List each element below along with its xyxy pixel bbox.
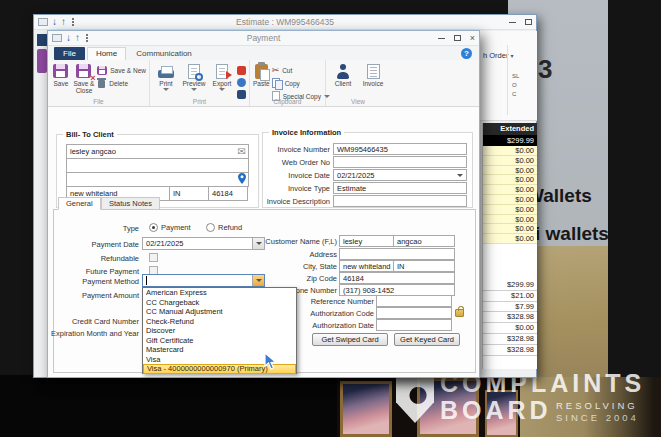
address-line1-field[interactable] — [66, 158, 249, 173]
invoice-type-label: Invoice Type — [265, 184, 333, 193]
web-order-field[interactable] — [333, 156, 467, 168]
radio-selected-icon[interactable] — [149, 223, 158, 232]
get-keyed-card-button[interactable]: Get Keyed Card — [394, 333, 460, 346]
tab-status-notes[interactable]: Status Notes — [101, 197, 160, 210]
portrait-frame — [340, 381, 392, 437]
client-name-field[interactable]: lesley angcao — [66, 144, 249, 159]
invoice-date-label: Invoice Date — [265, 171, 333, 180]
cut-button[interactable]: Cut — [272, 66, 330, 75]
web-order-label: Web Order No — [265, 158, 333, 167]
maximize-button[interactable] — [525, 19, 532, 25]
tab-home[interactable]: Home — [87, 47, 126, 60]
city-field-right[interactable]: new whiteland — [339, 260, 394, 272]
quick-access-more-icon[interactable] — [86, 37, 88, 39]
save-button[interactable]: Save — [51, 62, 71, 87]
minimize-button[interactable] — [509, 22, 516, 23]
window-icon — [52, 34, 62, 42]
invoice-number-field[interactable]: WM995466435 — [333, 143, 467, 155]
grid-row[interactable]: $0.00 — [483, 195, 537, 205]
payment-dialog: Payment File Home Communication Save S — [47, 30, 480, 378]
paste-icon — [255, 64, 268, 79]
state-field-right[interactable]: IN — [393, 260, 455, 272]
payment-method-option[interactable]: CC Chargeback — [143, 298, 296, 308]
radio-payment[interactable]: Payment — [149, 223, 191, 232]
payment-method-option[interactable]: CC Manual Adjustment — [143, 307, 296, 317]
state-field[interactable]: IN — [169, 186, 209, 201]
save-and-new-button[interactable]: Save & New — [97, 66, 146, 75]
estimate-titlebar[interactable]: Estimate : WM995466435 — [34, 15, 536, 30]
quick-access-more-icon[interactable] — [72, 21, 74, 23]
group-label-clipboard: Clipboard — [250, 98, 325, 105]
watermark-brand-bottom: BOARD — [440, 396, 552, 425]
tab-general[interactable]: General — [58, 197, 101, 210]
authorization-date-field[interactable] — [376, 319, 452, 331]
estimate-save-icon-sliver — [37, 49, 47, 73]
address-field[interactable] — [339, 248, 455, 260]
webpage-heading-wallets-2: i wallets — [535, 223, 609, 245]
zip-field[interactable]: 46184 — [208, 186, 248, 201]
total-row: $328.98 — [483, 312, 537, 323]
payment-date-label: Payment Date — [54, 240, 139, 249]
address-line2-field[interactable] — [66, 172, 249, 187]
arrow-up-icon[interactable] — [61, 17, 66, 27]
mouse-cursor — [264, 352, 277, 370]
watermark-tagline-1: RESOLVING — [556, 400, 638, 411]
web-export-icon[interactable] — [237, 78, 246, 87]
first-name-field[interactable]: lesley — [339, 235, 394, 247]
save-and-close-button[interactable]: Save & Close — [73, 62, 96, 95]
radio-refund[interactable]: Refund — [206, 223, 242, 232]
reference-number-field[interactable] — [376, 295, 452, 307]
get-swiped-card-button[interactable]: Get Swiped Card — [312, 333, 388, 346]
arrow-down-icon[interactable] — [52, 17, 57, 27]
payment-method-option[interactable]: Gift Certificate — [143, 336, 296, 346]
delete-button[interactable]: Delete — [97, 78, 146, 88]
grid-selected-row[interactable]: $299.99 — [483, 135, 537, 146]
preview-button[interactable]: Preview — [181, 62, 207, 91]
tab-communication[interactable]: Communication — [128, 48, 200, 60]
grid-row[interactable]: $0.00 — [483, 156, 537, 166]
client-button[interactable]: Client — [329, 62, 357, 87]
grid-column-header[interactable]: Extended — [483, 123, 537, 135]
zip-code-field[interactable]: 46184 — [339, 272, 455, 284]
close-button[interactable] — [470, 34, 475, 43]
radio-icon[interactable] — [206, 223, 215, 232]
grid-row[interactable]: $0.00 — [483, 175, 537, 185]
maximize-button[interactable] — [454, 35, 461, 41]
copy-button[interactable]: Copy — [272, 78, 330, 88]
invoice-date-field[interactable]: 02/21/2025 — [333, 169, 467, 181]
print-button[interactable]: Print — [153, 62, 179, 91]
payment-method-option[interactable]: Check-Refund — [143, 317, 296, 327]
invoice-date-dropdown-icon[interactable] — [454, 170, 466, 180]
payment-method-option[interactable]: American Express — [143, 288, 296, 298]
grid-row[interactable]: $0.00 — [483, 146, 537, 156]
grid-row[interactable]: $0.00 — [483, 215, 537, 225]
payment-method-option[interactable]: Discover — [143, 326, 296, 336]
map-pin-icon[interactable] — [238, 173, 246, 186]
grid-row[interactable]: $0.00 — [483, 205, 537, 215]
invoice-description-field[interactable] — [333, 195, 467, 207]
arrow-up-icon[interactable] — [75, 33, 80, 43]
order-button[interactable]: h Order ▾ — [483, 51, 514, 60]
tab-file[interactable]: File — [54, 47, 85, 60]
paste-button[interactable]: Paste — [253, 62, 270, 87]
estimate-items-grid[interactable]: Extended $299.99 $0.00 $0.00 $0.00 $0.00… — [482, 123, 537, 369]
arrow-down-icon[interactable] — [66, 33, 71, 43]
grid-row[interactable]: $0.00 — [483, 234, 537, 244]
payment-method-combo[interactable] — [142, 274, 265, 287]
payment-titlebar[interactable]: Payment — [48, 31, 479, 46]
help-icon[interactable] — [461, 48, 472, 59]
minimize-button[interactable] — [438, 38, 445, 39]
last-name-field[interactable]: angcao — [393, 235, 455, 247]
refundable-checkbox[interactable] — [149, 253, 158, 262]
pdf-export-icon[interactable] — [237, 66, 246, 75]
email-icon[interactable] — [238, 147, 246, 157]
payment-date-field[interactable]: 02/21/2025 — [142, 237, 265, 250]
grid-row[interactable]: $0.00 — [483, 166, 537, 176]
grid-row[interactable]: $0.00 — [483, 224, 537, 234]
watermark-tagline-2: SINCE 2004 — [556, 412, 639, 423]
invoice-type-field[interactable]: Estimate — [333, 182, 467, 194]
invoice-button[interactable]: Invoice — [359, 62, 387, 87]
grid-row[interactable]: $0.00 — [483, 185, 537, 195]
export-button[interactable]: Export — [209, 62, 235, 91]
authorization-code-field[interactable] — [376, 307, 452, 319]
